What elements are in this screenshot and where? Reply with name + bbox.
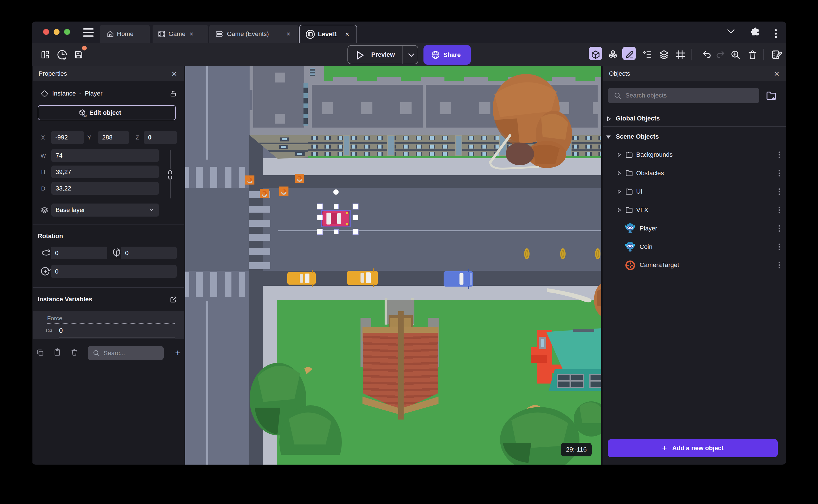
svg-text:3D: 3D xyxy=(84,115,87,117)
